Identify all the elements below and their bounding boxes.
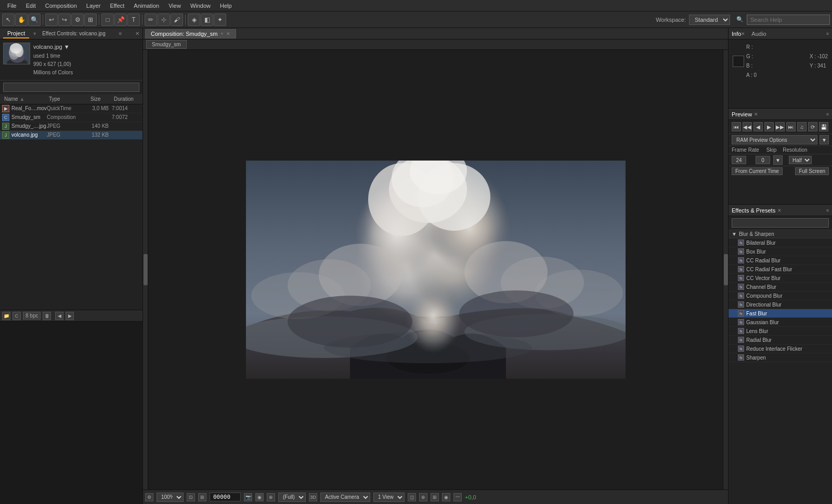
- workspace-select[interactable]: Standard: [689, 15, 730, 25]
- 3d-btn[interactable]: 3D: [309, 493, 317, 501]
- preview-back-btn[interactable]: ◀: [753, 122, 763, 131]
- new-folder-btn[interactable]: 📁: [2, 312, 10, 320]
- tool-redo[interactable]: ↪: [58, 14, 71, 26]
- tool-puppet[interactable]: ✦: [214, 14, 226, 26]
- effect-reduce-interlace[interactable]: fx Reduce Interlace Flicker: [729, 344, 832, 353]
- effect-directional-blur[interactable]: fx Directional Blur: [729, 300, 832, 309]
- effects-menu[interactable]: ≡: [826, 208, 829, 213]
- guides-btn[interactable]: ⊕: [419, 493, 427, 501]
- panel-menu-btn[interactable]: ≡: [119, 31, 122, 36]
- camera-btn[interactable]: 📷: [244, 493, 252, 501]
- info-menu-btn[interactable]: ✕: [741, 31, 745, 36]
- view-select[interactable]: 1 View: [373, 493, 405, 502]
- tab-preview[interactable]: Preview: [732, 111, 752, 117]
- blur-sharpen-category[interactable]: ▼ Blur & Sharpen: [729, 230, 832, 238]
- file-row[interactable]: J Smudgy_....jpg JPEG 140 KB: [0, 122, 142, 131]
- effect-fast-blur[interactable]: fx Fast Blur: [729, 309, 832, 318]
- file-row[interactable]: C Smudgy_sm Composition 7:0072: [0, 113, 142, 122]
- prev-btn[interactable]: ◀: [55, 312, 63, 320]
- menu-file[interactable]: File: [3, 2, 21, 10]
- zoom-select[interactable]: 100%: [157, 493, 184, 502]
- effect-compound-blur[interactable]: fx Compound Blur: [729, 291, 832, 300]
- resolution-select[interactable]: Half: [789, 156, 812, 164]
- camera-select[interactable]: Active Camera: [320, 493, 370, 502]
- snap-btn[interactable]: ◫: [408, 493, 416, 501]
- effect-radial-blur[interactable]: fx Radial Blur: [729, 336, 832, 344]
- info-panel-menu[interactable]: ≡: [826, 31, 829, 36]
- next-btn[interactable]: ▶: [66, 312, 74, 320]
- file-row[interactable]: ▶ Real_Fo....mov QuickTime 3,0 MB 7:0014: [0, 104, 142, 113]
- effect-channel-blur[interactable]: fx Channel Blur: [729, 283, 832, 291]
- skip-stepper[interactable]: ▼: [773, 155, 783, 165]
- effects-search-input[interactable]: [732, 218, 829, 228]
- motion-btn[interactable]: 〰: [453, 493, 462, 501]
- menu-composition[interactable]: Composition: [41, 2, 81, 10]
- tab-info[interactable]: Info: [732, 31, 741, 37]
- preview-loop-btn[interactable]: ⟳: [808, 122, 817, 131]
- trash-btn[interactable]: 🗑: [43, 312, 51, 320]
- project-search-input[interactable]: [3, 83, 139, 92]
- preview-save-btn[interactable]: 💾: [819, 122, 828, 131]
- preview-play-btn[interactable]: ▶: [764, 122, 774, 131]
- effect-cc-vector-blur[interactable]: fx CC Vector Blur: [729, 274, 832, 283]
- tool-undo[interactable]: ↩: [45, 14, 58, 26]
- comp-timecode[interactable]: 00000: [210, 493, 241, 501]
- comp-tab-close[interactable]: ✕: [226, 31, 230, 36]
- tool-text[interactable]: T: [127, 14, 140, 26]
- tab-audio[interactable]: Audio: [751, 31, 766, 37]
- menu-window[interactable]: Window: [186, 2, 215, 10]
- ram-preview-select[interactable]: RAM Preview Options: [732, 135, 817, 144]
- menu-view[interactable]: View: [164, 2, 185, 10]
- menu-layer[interactable]: Layer: [82, 2, 105, 10]
- menu-animation[interactable]: Animation: [129, 2, 163, 10]
- from-current-btn[interactable]: From Current Time: [732, 167, 783, 175]
- preview-audio-btn[interactable]: ♫: [797, 122, 807, 131]
- comp-settings-btn[interactable]: ⚙: [145, 493, 153, 501]
- tab-project[interactable]: Project: [3, 29, 29, 38]
- tool-select2[interactable]: ⊹: [158, 14, 170, 26]
- tab-effect-controls[interactable]: Effect Controls: volcano.jpg: [42, 31, 106, 36]
- preview-prev-btn[interactable]: ◀◀: [743, 122, 752, 131]
- bpc-badge[interactable]: 8 bpc: [23, 312, 41, 320]
- tool-clone[interactable]: ◈: [188, 14, 200, 26]
- fit-btn[interactable]: ⊡: [187, 493, 195, 501]
- comp-sub-tab[interactable]: Smudgy_sm: [146, 40, 187, 49]
- preview-last-btn[interactable]: ⏭: [786, 122, 796, 131]
- effect-cc-radial-blur[interactable]: fx CC Radial Blur: [729, 256, 832, 265]
- search-input[interactable]: [747, 15, 830, 25]
- tool-zoom[interactable]: 🔍: [28, 14, 41, 26]
- tool-pin[interactable]: 📌: [114, 14, 127, 26]
- mask-btn[interactable]: ◉: [442, 493, 450, 501]
- effect-bilateral-blur[interactable]: fx Bilateral Blur: [729, 238, 832, 247]
- tool-arrow[interactable]: ↖: [2, 14, 15, 26]
- safe-btn[interactable]: ⊞: [431, 493, 439, 501]
- grid-btn[interactable]: ⊞: [198, 493, 206, 501]
- tab-effects[interactable]: Effects & Presets: [732, 207, 775, 214]
- comp-tab-main[interactable]: Composition: Smudgy_sm ▼ ✕: [145, 29, 236, 38]
- channel-btn[interactable]: ⊕: [267, 493, 275, 501]
- menu-edit[interactable]: Edit: [22, 2, 40, 10]
- preview-menu[interactable]: ≡: [826, 112, 829, 117]
- tool-pen[interactable]: ✏: [145, 14, 157, 26]
- menu-effect[interactable]: Effect: [106, 2, 128, 10]
- file-row-active[interactable]: J volcano.jpg JPEG 132 KB: [0, 131, 142, 140]
- quality-select[interactable]: (Full): [278, 493, 306, 502]
- effects-close[interactable]: ✕: [777, 208, 782, 213]
- effect-sharpen[interactable]: fx Sharpen: [729, 353, 832, 362]
- new-comp-btn[interactable]: C: [12, 312, 21, 320]
- tool-eraser[interactable]: ◧: [201, 14, 213, 26]
- tool-sync[interactable]: ⊞: [84, 14, 97, 26]
- tool-rect[interactable]: □: [101, 14, 114, 26]
- preview-first-btn[interactable]: ⏮: [732, 122, 741, 131]
- menu-help[interactable]: Help: [216, 2, 236, 10]
- tool-settings[interactable]: ⚙: [71, 14, 84, 26]
- effect-gaussian-blur[interactable]: fx Gaussian Blur: [729, 318, 832, 327]
- tool-hand[interactable]: ✋: [15, 14, 28, 26]
- scrollbar-right[interactable]: [723, 50, 728, 489]
- effect-cc-radial-fast-blur[interactable]: fx CC Radial Fast Blur: [729, 265, 832, 274]
- panel-close-btn[interactable]: ✕: [135, 31, 139, 36]
- frame-rate-input[interactable]: [732, 156, 746, 164]
- preview-fwd-btn[interactable]: ▶▶: [775, 122, 785, 131]
- scrollbar-left[interactable]: [143, 50, 148, 489]
- effect-lens-blur[interactable]: fx Lens Blur: [729, 327, 832, 336]
